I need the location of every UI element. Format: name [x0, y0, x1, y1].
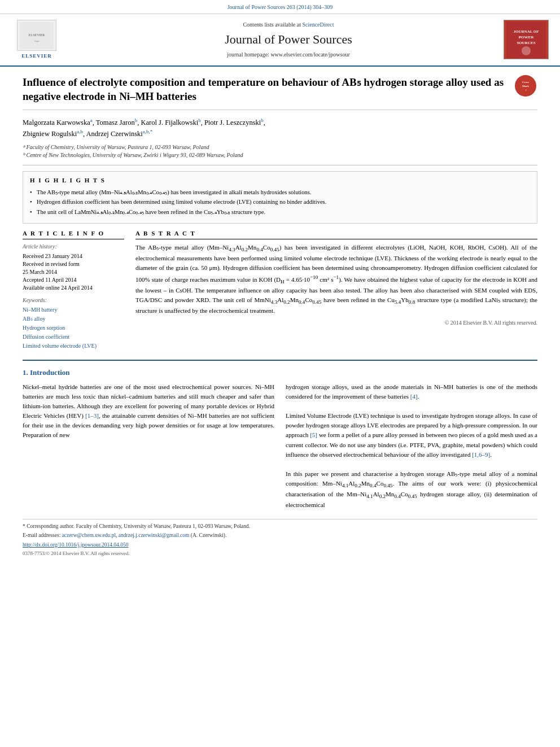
email-link-1[interactable]: aczerw@chem.uw.edu.pl	[62, 532, 116, 538]
main-content: Influence of electrolyte composition and…	[0, 67, 560, 566]
svg-text:Mark: Mark	[522, 85, 529, 88]
journal-title: Journal of Power Sources	[73, 31, 504, 49]
highlight-item-1: The AB₅-type metal alloy (Mm–Ni₄.₃Al₀.₂M…	[30, 189, 530, 197]
keywords-section: Keywords: Ni–MH battery AB₅ alloy Hydrog…	[23, 296, 124, 350]
affil-sup-b3: b	[261, 117, 264, 123]
introduction-section: 1. Introduction Nickel–metal hydride bat…	[23, 360, 537, 510]
history-label: Article history:	[23, 243, 124, 251]
elsevier-label: ELSEVIER	[21, 53, 52, 60]
journal-logo-right: JOURNAL OF POWER SOURCES	[504, 20, 549, 59]
article-history: Article history: Received 23 January 201…	[23, 243, 124, 292]
affil-sup-ab2: a,b,*	[143, 129, 153, 134]
article-title-text: Influence of electrolyte composition and…	[23, 76, 504, 103]
abstract-col: A B S T R A C T The AB₅-type metal alloy…	[135, 229, 537, 351]
footnote-corresponding: * Corresponding author. Faculty of Chemi…	[23, 523, 537, 530]
affil-sup-b2: b	[198, 117, 201, 123]
highlights-list: The AB₅-type metal alloy (Mm–Ni₄.₃Al₀.₂M…	[30, 189, 530, 217]
svg-text:SOURCES: SOURCES	[517, 41, 535, 45]
affiliations: ᵃ Faculty of Chemistry, University of Wa…	[23, 143, 537, 159]
keyword-4: Diffusion coefficient	[23, 333, 124, 341]
author-leszczynski: Piotr J. Leszczynski	[204, 119, 261, 126]
email-label: E-mail addresses:	[23, 532, 60, 538]
svg-text:JOURNAL OF: JOURNAL OF	[514, 29, 539, 34]
accepted-date: Accepted 11 April 2014	[23, 276, 124, 284]
svg-text:POWER: POWER	[519, 35, 534, 40]
section-num: 1.	[23, 368, 28, 377]
intro-text-col1: Nickel–metal hydride batteries are one o…	[23, 382, 274, 440]
highlights-title: H I G H L I G H T S	[30, 176, 530, 185]
sciencedirect-link[interactable]: ScienceDirect	[302, 21, 334, 28]
ref-4[interactable]: [4]	[410, 393, 418, 400]
contents-label: Contents lists available at	[243, 21, 300, 28]
intro-col1: Nickel–metal hydride batteries are one o…	[23, 382, 274, 510]
footnotes-section: * Corresponding author. Faculty of Chemi…	[23, 519, 537, 557]
footer-rights: 0378-7753/© 2014 Elsevier B.V. All right…	[23, 550, 537, 557]
ref-1-3[interactable]: [1–3]	[85, 412, 99, 419]
highlight-item-3: The unit cell of LaMmNi₄.₃Al₀.₂Mn₀.₄Co₀.…	[30, 208, 530, 217]
author-karwowska: Malgorzata Karwowska	[23, 119, 90, 126]
journal-header: ELSEVIER logo ELSEVIER Contents lists av…	[0, 14, 560, 67]
keyword-3: Hydrogen sorption	[23, 324, 124, 332]
section-title: 1. Introduction	[23, 368, 537, 378]
article-title: Influence of electrolyte composition and…	[23, 75, 506, 104]
abstract-text: The AB₅-type metal alloy (Mm–Ni4.3Al0.2M…	[135, 243, 537, 316]
svg-text:logo: logo	[34, 40, 40, 42]
key-sentence: We have obtained	[344, 276, 388, 282]
highlight-item-2: Hydrogen diffusion coefficient has been …	[30, 198, 530, 207]
revised-label: Received in revised form	[23, 260, 124, 268]
author-fijalkowski: Karol J. Fijalkowski	[141, 119, 198, 126]
elsevier-logo-image: ELSEVIER logo	[17, 20, 56, 51]
highlights-section: H I G H L I G H T S The AB₅-type metal a…	[23, 171, 537, 223]
affil-sup-b1: b	[135, 117, 138, 123]
abstract-label: A B S T R A C T	[135, 229, 537, 239]
author-czerwinski: Andrzej Czerwinski	[86, 130, 143, 138]
authors-section: Malgorzata Karwowskaa, Tomasz Jaronb, Ka…	[23, 117, 537, 139]
journal-ref-text: Journal of Power Sources 263 (2014) 304–…	[228, 4, 333, 10]
section-title-text: Introduction	[30, 368, 70, 377]
journal-center-info: Contents lists available at ScienceDirec…	[73, 21, 504, 59]
svg-text:ELSEVIER: ELSEVIER	[29, 33, 45, 37]
homepage-label: journal homepage: www.elsevier.com/locat…	[227, 51, 350, 58]
affiliation-b: ᵇ Centre of New Technologies, University…	[23, 151, 537, 159]
available-date: Available online 24 April 2014	[23, 284, 124, 292]
affiliation-a: ᵃ Faculty of Chemistry, University of Wa…	[23, 143, 537, 151]
ref-1-6-9[interactable]: [1,6–9]	[472, 451, 490, 458]
doi-link[interactable]: http://dx.doi.org/10.1016/j.jpowsour.201…	[23, 541, 537, 549]
crossmark-badge[interactable]: Cross Mark ✓	[515, 75, 537, 98]
article-title-section: Influence of electrolyte composition and…	[23, 75, 537, 110]
divider-after-affiliations	[23, 165, 537, 165]
keyword-1: Ni–MH battery	[23, 306, 124, 314]
article-info-abstract: A R T I C L E I N F O Article history: R…	[23, 229, 537, 351]
author-jaron: Tomasz Jaron	[96, 119, 135, 126]
affil-sup-ab1: a,b	[77, 129, 83, 134]
keyword-2: AB₅ alloy	[23, 315, 124, 323]
article-info-label: A R T I C L E I N F O	[23, 229, 124, 239]
ref-5[interactable]: [5]	[310, 431, 317, 438]
affil-sup-a1: a	[90, 117, 93, 123]
email-link-2[interactable]: andrzej.j.czerwinski@gmail.com	[119, 532, 190, 538]
author-rogulski: Zbigniew Rogulski	[23, 130, 77, 138]
contents-available-line: Contents lists available at ScienceDirec…	[73, 21, 504, 29]
keyword-5: Limited volume electrode (LVE)	[23, 342, 124, 350]
keywords-label: Keywords:	[23, 296, 124, 304]
elsevier-logo-section: ELSEVIER logo ELSEVIER	[11, 20, 62, 60]
crossmark-icon: Cross Mark ✓	[515, 75, 536, 97]
article-info-col: A R T I C L E I N F O Article history: R…	[23, 229, 124, 351]
page-container: Journal of Power Sources 263 (2014) 304–…	[0, 0, 560, 747]
intro-body: Nickel–metal hydride batteries are one o…	[23, 382, 537, 510]
email-suffix: (A. Czerwinski).	[191, 532, 227, 538]
journal-homepage: journal homepage: www.elsevier.com/locat…	[73, 51, 504, 59]
revised-date: 25 March 2014	[23, 268, 124, 276]
copyright-line: © 2014 Elsevier B.V. All rights reserved…	[135, 319, 537, 327]
intro-text-col2: hydrogen storage alloys, used as the ano…	[286, 382, 537, 510]
the-text: the	[530, 296, 537, 303]
svg-text:✓: ✓	[525, 89, 527, 91]
received-date: Received 23 January 2014	[23, 252, 124, 260]
intro-col2: hydrogen storage alloys, used as the ano…	[286, 382, 537, 510]
doi-anchor[interactable]: http://dx.doi.org/10.1016/j.jpowsour.201…	[23, 542, 128, 548]
svg-text:Cross: Cross	[522, 81, 529, 84]
journal-reference-bar: Journal of Power Sources 263 (2014) 304–…	[0, 0, 560, 14]
svg-point-7	[522, 46, 531, 55]
footnote-email: E-mail addresses: aczerw@chem.uw.edu.pl,…	[23, 532, 537, 539]
